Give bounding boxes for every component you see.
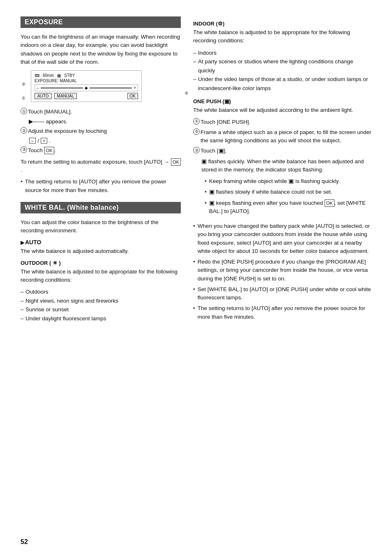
indoor-title: INDOOR (⚙) <box>193 21 371 27</box>
diagram-circle3: ③ <box>184 91 188 95</box>
op-bullet-3: • ▣ keeps flashing even after you have t… <box>205 199 371 216</box>
bar-line <box>41 88 83 88</box>
bar-minus: – <box>37 86 39 90</box>
plus-button: + <box>41 138 47 144</box>
bn1-bullet: • <box>193 222 195 230</box>
outdoor-item-2: Night views, neon signs and fireworks <box>21 296 181 306</box>
outdoor-title-bold: OUTDOOR ( ☀ ) <box>21 260 61 266</box>
one-push-title-bold: ONE PUSH (▣) <box>193 98 231 104</box>
bn2-text: Redo the [ONE PUSH] procedure if you cha… <box>198 258 371 283</box>
bar-plus: + <box>134 86 136 90</box>
auto-title-text: AUTO <box>25 239 41 245</box>
diagram-bar: – ◆ + <box>35 84 138 91</box>
right-column: INDOOR (⚙) The white balance is adjusted… <box>193 16 371 324</box>
outdoor-desc: The white balance is adjusted to be appr… <box>21 268 181 285</box>
op-bullet-3-text: ▣ keeps flashing even after you have tou… <box>209 199 371 216</box>
exposure-note-text: The setting returns to [AUTO] after you … <box>25 178 181 194</box>
outdoor-item-3: Sunrise or sunset <box>21 305 181 314</box>
op-step-2-num: ② <box>193 128 200 135</box>
return-text: To return the setting to automatic expos… <box>21 158 181 175</box>
bottom-notes: • When you have changed the battery pack… <box>193 222 371 321</box>
indoor-item-1: Indoors <box>193 49 371 58</box>
step-3-num: ③ <box>21 146 27 153</box>
exposure-note: • The setting returns to [AUTO] after yo… <box>21 178 181 194</box>
op-step-2-text: Frame a white object such as a piece of … <box>201 128 371 145</box>
diagram-circle1: ① <box>22 96 25 100</box>
minus-plus-buttons: – / + . <box>29 138 181 144</box>
indoor-title-bold: INDOOR (⚙) <box>193 21 224 27</box>
bar-line2 <box>90 88 132 88</box>
ok-btn: OK <box>127 93 138 99</box>
bn2-bullet: • <box>193 258 195 266</box>
bottom-note-2: • Redo the [ONE PUSH] procedure if you c… <box>193 258 371 283</box>
manual-btn: MANUAL <box>54 93 77 99</box>
indoor-item-3: Under the video lamps of those at a stud… <box>193 75 371 93</box>
diagram-box: 📼 60min ▦ STBY EXPOSURE: MANUAL – ◆ + AU… <box>31 70 142 102</box>
diagram-60min: 60min <box>43 73 54 78</box>
step-3: ③ Touch OK. <box>21 146 181 155</box>
wb-intro: You can adjust the color balance to the … <box>21 218 181 235</box>
op-bullet-1-text: Keep framing white object while ▣ is fla… <box>209 177 340 185</box>
diagram-circle2: ② <box>22 82 25 86</box>
indoor-desc: The white balance is adjusted to be appr… <box>193 28 371 45</box>
diagram-stby: STBY <box>64 73 75 78</box>
op-step-3-text: Touch [▣]. <box>201 147 371 155</box>
diagram-buttons: AUTO MANUAL OK <box>35 93 138 99</box>
diagram-cassette-icon: 📼 <box>35 73 39 78</box>
op-bullet-3-dot: • <box>205 199 207 207</box>
auto-title: ▶AUTO <box>21 239 181 245</box>
bn3-text: Set [WHITE BAL.] to [AUTO] or [ONE PUSH]… <box>198 285 371 302</box>
step-2: ② Adjust the exposure by touching <box>21 127 181 135</box>
diagram-exposure-label: EXPOSURE: MANUAL <box>35 79 138 83</box>
ok-inline-2: OK <box>171 158 181 166</box>
exposure-header: EXPOSURE <box>21 16 181 28</box>
page-number: 52 <box>21 538 28 546</box>
ok-inline: OK <box>44 147 54 155</box>
step-2-num: ② <box>21 127 27 134</box>
triangle-icon: ▶ <box>21 240 24 245</box>
step-1-num: ① <box>21 108 27 114</box>
period: . <box>49 138 51 144</box>
op-step-1-text: Touch [ONE PUSH]. <box>201 118 371 126</box>
step-1-text: Touch [MANUAL]. <box>28 108 181 116</box>
bar-indicator: ◆ <box>85 86 88 90</box>
bottom-note-1: • When you have changed the battery pack… <box>193 222 371 255</box>
indoor-item-2: At party scenes or studios where the lig… <box>193 57 371 75</box>
slash: / <box>37 138 39 144</box>
bn4-text: The setting returns to [AUTO] after you … <box>198 304 371 321</box>
op-step-1-num: ① <box>193 118 200 125</box>
op-bullet-1: • Keep framing white object while ▣ is f… <box>205 177 371 185</box>
auto-btn: AUTO <box>35 93 52 99</box>
outdoor-item-4: Under daylight fluorescent lamps <box>21 314 181 323</box>
exposure-intro: You can fix the brightness of an image m… <box>21 33 181 66</box>
diagram-grid-icon: ▦ <box>57 73 61 78</box>
left-column: EXPOSURE You can fix the brightness of a… <box>21 16 181 324</box>
op-step-2: ② Frame a white object such as a piece o… <box>193 128 371 145</box>
op-bullet-2: • ▣ flashes slowly if white balance coul… <box>205 188 371 196</box>
one-push-note1: ▣ flashes quickly. When the white balanc… <box>201 157 371 174</box>
step-2-text: Adjust the exposure by touching <box>28 127 181 135</box>
outdoor-item-1: Outdoors <box>21 287 181 296</box>
step-1: ① Touch [MANUAL]. <box>21 108 181 116</box>
one-push-desc: The white balance will be adjusted accor… <box>193 106 371 114</box>
op-bullet-2-text: ▣ flashes slowly if white balance could … <box>209 188 332 196</box>
appears-text: appears. <box>44 118 67 125</box>
outdoor-title: OUTDOOR ( ☀ ) <box>21 260 181 266</box>
op-bullet-2-dot: • <box>205 188 207 196</box>
step-3-text: Touch OK. <box>28 146 181 155</box>
op-step-3: ③ Touch [▣]. <box>193 147 371 155</box>
ok-inline-3: OK <box>325 199 334 207</box>
auto-desc: The white balance is adjusted automatica… <box>21 247 181 255</box>
op-step-1: ① Touch [ONE PUSH]. <box>193 118 371 126</box>
op-step-3-num: ③ <box>193 147 200 153</box>
wb-header: WHITE BAL. (White balance) <box>21 202 181 213</box>
bn1-text: When you have changed the battery pack w… <box>198 222 371 255</box>
arrow-appears: ▶—— appears. <box>29 118 181 125</box>
bn3-bullet: • <box>193 285 195 294</box>
diagram-top-row: 📼 60min ▦ STBY <box>35 73 138 78</box>
bullet-1: • <box>21 178 23 186</box>
op-bullet-1-dot: • <box>205 177 207 185</box>
arrow-icon: ▶—— <box>29 118 44 125</box>
one-push-title: ONE PUSH (▣) <box>193 98 371 104</box>
exposure-diagram: ② ① 📼 60min ▦ STBY EXPOSURE: MANUAL – ◆ … <box>31 70 181 102</box>
